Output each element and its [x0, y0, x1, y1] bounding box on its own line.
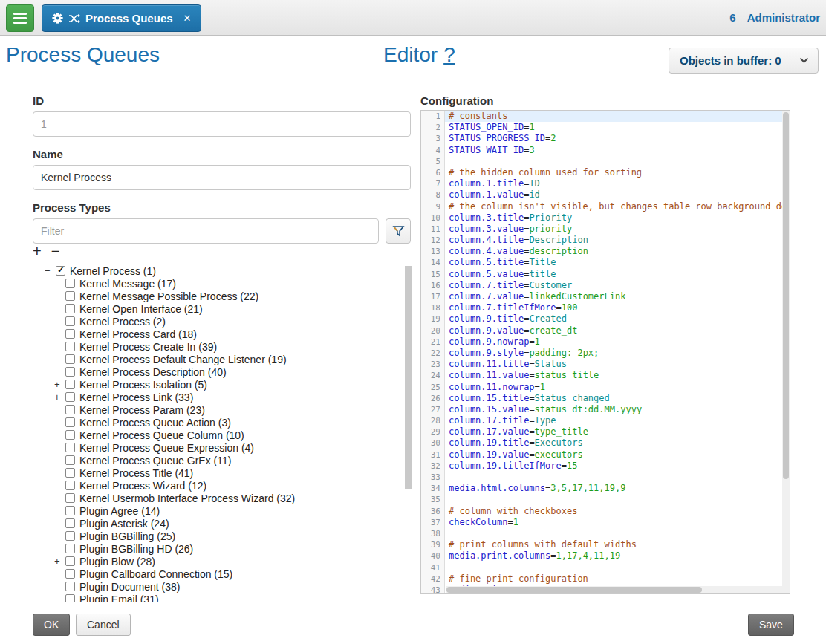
code-line[interactable]: # fine print configuration [445, 573, 790, 585]
collapse-all-button[interactable]: − [51, 244, 60, 258]
expand-all-button[interactable]: + [33, 244, 42, 258]
tree-checkbox[interactable] [65, 506, 75, 515]
code-line[interactable] [445, 562, 790, 573]
tree-checkbox[interactable] [65, 544, 75, 553]
help-link[interactable]: ? [443, 43, 455, 66]
code-line[interactable]: # constants [445, 111, 790, 122]
tree-scrollbar[interactable] [405, 266, 412, 489]
code-line[interactable]: column.7.title=Customer [445, 280, 790, 291]
tree-checkbox[interactable] [65, 493, 75, 503]
tree-checkbox[interactable] [65, 342, 75, 351]
code-line[interactable]: column.19.title=Executors [445, 438, 790, 449]
tree-checkbox[interactable] [65, 304, 75, 313]
tree-checkbox[interactable] [65, 329, 75, 339]
code-line[interactable]: column.11.nowrap=1 [445, 382, 790, 393]
collapse-icon[interactable]: − [45, 265, 56, 276]
code-line[interactable]: column.9.nowrap=1 [445, 336, 790, 348]
tree-item-label[interactable]: Plugin Agree (14) [79, 505, 160, 517]
tree-item-label[interactable]: Kernel Process Card (18) [79, 328, 197, 340]
code-line[interactable]: column.1.title=ID [445, 178, 790, 189]
tree-item-label[interactable]: Kernel Process Queue Action (3) [79, 417, 231, 429]
code-line[interactable]: # the hidden column used for sorting [445, 167, 790, 178]
tree-item-label[interactable]: Plugin BGBilling HD (26) [79, 543, 193, 555]
tree-item-label[interactable]: Kernel Process Isolation (5) [79, 379, 207, 391]
code-line[interactable]: column.19.titleIfMore=15 [445, 461, 790, 472]
tree-checkbox[interactable] [65, 455, 75, 465]
tree-item-label[interactable]: Plugin Asterisk (24) [79, 518, 169, 530]
editor-horizontal-scrollbar[interactable] [446, 586, 782, 593]
tree-item-label[interactable]: Kernel Process Wizard (12) [79, 480, 206, 492]
tab-process-queues[interactable]: Process Queues ✕ [42, 4, 201, 32]
code-line[interactable] [445, 156, 790, 167]
tree-checkbox[interactable] [65, 279, 75, 288]
tree-item-label[interactable]: Plugin BGBilling (25) [79, 530, 175, 542]
tree-checkbox[interactable] [65, 392, 75, 402]
code-line[interactable]: media.print.columns=1,17,4,11,19 [445, 550, 790, 562]
code-line[interactable]: media.html.columns=3,5,17,11,19,9 [445, 483, 790, 494]
tree-checkbox[interactable] [65, 316, 75, 326]
tree-checkbox[interactable] [65, 531, 75, 541]
code-line[interactable]: column.11.title=Status [445, 359, 790, 370]
code-line[interactable]: column.15.value=status_dt:dd.MM.yyyy [445, 404, 790, 415]
tree-checkbox[interactable] [65, 367, 75, 377]
tree-item-label[interactable]: Kernel Message (17) [79, 278, 176, 290]
tree-item-label[interactable]: Kernel Process Queue GrEx (11) [79, 455, 231, 466]
tree-item-label[interactable]: Kernel Process Param (23) [79, 404, 205, 416]
code-line[interactable]: checkColumn=1 [445, 517, 790, 528]
expand-icon[interactable]: + [54, 391, 65, 403]
tree-item-label[interactable]: Plugin Callboard Connection (15) [79, 568, 232, 580]
filter-button[interactable] [386, 218, 411, 244]
code-line[interactable]: column.9.value=create_dt [445, 325, 790, 336]
code-line[interactable]: column.9.title=Created [445, 313, 790, 325]
tree-checkbox[interactable] [65, 582, 75, 591]
tree-item-label[interactable]: Plugin Document (38) [79, 581, 180, 593]
code-line[interactable]: STATUS_PROGRESS_ID=2 [445, 133, 790, 144]
code-line[interactable]: column.11.value=status_title [445, 370, 790, 381]
code-line[interactable]: # the column isn't visible, but changes … [445, 201, 790, 212]
tree-checkbox[interactable] [65, 291, 75, 301]
user-name-link[interactable]: Administrator [747, 11, 820, 25]
tree-checkbox[interactable] [65, 569, 75, 579]
tree-item-label[interactable]: Kernel Process (2) [79, 316, 166, 328]
session-count-link[interactable]: 6 [729, 11, 735, 25]
code-line[interactable]: # print columns with default widths [445, 539, 790, 550]
tree-item-label[interactable]: Plugin Email (31) [79, 593, 159, 602]
save-button[interactable]: Save [748, 614, 794, 636]
code-line[interactable]: column.4.title=Description [445, 235, 790, 246]
code-line[interactable]: column.17.value=type_title [445, 426, 790, 438]
close-icon[interactable]: ✕ [183, 13, 192, 24]
code-line[interactable] [445, 494, 790, 505]
code-line[interactable]: column.1.value=id [445, 189, 790, 201]
tree-item-label[interactable]: Kernel Process Default Change Listener (… [79, 354, 287, 365]
code-line[interactable]: column.5.title=Title [445, 257, 790, 268]
tree-checkbox[interactable] [65, 481, 75, 490]
tree-checkbox[interactable] [65, 430, 75, 440]
code-line[interactable]: column.15.title=Status changed [445, 393, 790, 404]
tree-item-label[interactable]: Kernel Usermob Interface Process Wizard … [79, 492, 295, 504]
scrollbar-thumb[interactable] [446, 587, 702, 593]
tree-checkbox[interactable] [65, 594, 75, 602]
code-line[interactable]: column.7.value=linkedCustomerLink [445, 291, 790, 302]
tree-checkbox[interactable] [65, 518, 75, 528]
tree-item-label[interactable]: Kernel Process (1) [70, 265, 156, 277]
id-field[interactable] [33, 111, 411, 137]
tree-item-label[interactable]: Kernel Process Queue Expression (4) [79, 442, 254, 454]
code-line[interactable]: STATUS_WAIT_ID=3 [445, 145, 790, 156]
tree-checkbox[interactable] [65, 443, 75, 452]
configuration-code-editor[interactable]: 1# constants2STATUS_OPEN_ID=13STATUS_PRO… [420, 110, 790, 594]
tree-checkbox[interactable] [65, 468, 75, 478]
expand-icon[interactable]: + [54, 556, 65, 567]
tree-checkbox[interactable] [65, 380, 75, 389]
code-line[interactable]: column.3.value=priority [445, 224, 790, 235]
tree-checkbox[interactable] [65, 417, 75, 427]
scrollbar-thumb[interactable] [783, 112, 789, 479]
ok-button[interactable]: OK [33, 614, 70, 636]
code-line[interactable]: column.9.style=padding: 2px; [445, 348, 790, 359]
objects-in-buffer-dropdown[interactable]: Objects in buffer: 0 [669, 48, 819, 74]
code-line[interactable]: column.17.title=Type [445, 415, 790, 426]
code-line[interactable]: column.4.value=description [445, 246, 790, 257]
code-line[interactable]: column.19.value=executors [445, 449, 790, 461]
expand-icon[interactable]: + [54, 379, 65, 390]
cancel-button[interactable]: Cancel [76, 614, 131, 636]
tree-item-label[interactable]: Kernel Process Title (41) [79, 467, 193, 479]
